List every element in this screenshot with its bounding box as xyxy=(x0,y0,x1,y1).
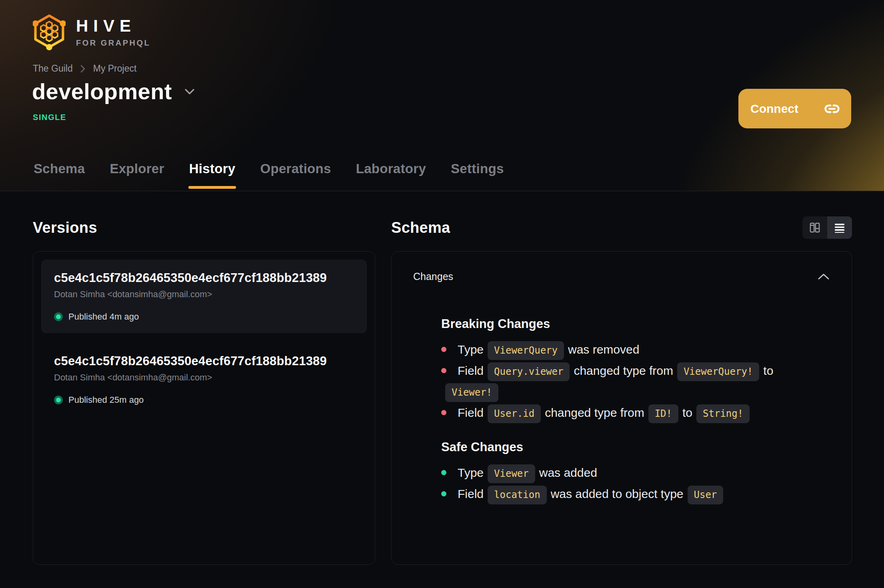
code-chip: ID! xyxy=(648,404,678,423)
link-icon xyxy=(823,100,841,118)
list-view-icon xyxy=(834,222,845,233)
tab-explorer[interactable]: Explorer xyxy=(109,161,165,191)
brand-name: HIVE xyxy=(76,18,150,34)
schema-column: Schema xyxy=(391,216,852,565)
versions-heading: Versions xyxy=(33,219,97,236)
brand-logo[interactable]: HIVE FOR GRAPHQL xyxy=(33,14,150,51)
columns-view-icon xyxy=(809,222,820,233)
code-chip: String! xyxy=(696,404,750,423)
tab-schema[interactable]: Schema xyxy=(33,161,86,191)
change-item: Fieldlocationwas added to object typeUse… xyxy=(441,484,821,505)
tab-operations[interactable]: Operations xyxy=(259,161,332,191)
breadcrumb: The Guild My Project xyxy=(33,63,136,74)
target-selector-chevron-down-icon[interactable] xyxy=(184,88,195,95)
schema-heading: Schema xyxy=(391,219,450,236)
breaking-bullet-icon xyxy=(441,368,446,373)
hive-dashboard: HIVE FOR GRAPHQL The Guild My Project de… xyxy=(0,0,884,588)
safe-bullet-icon xyxy=(441,470,446,475)
breaking-bullet-icon xyxy=(441,347,446,352)
version-list-item[interactable]: c5e4c1c5f78b26465350e4ecf677cf188bb21389… xyxy=(41,260,367,333)
connect-button[interactable]: Connect xyxy=(738,89,851,128)
main-content: Versions c5e4c1c5f78b26465350e4ecf677cf1… xyxy=(0,191,884,565)
change-item: TypeViewerwas added xyxy=(441,462,821,484)
tab-settings[interactable]: Settings xyxy=(450,161,505,191)
version-status-text: Published 4m ago xyxy=(68,312,139,322)
code-chip: Query.viewer xyxy=(488,362,570,381)
versions-column: Versions c5e4c1c5f78b26465350e4ecf677cf1… xyxy=(33,216,375,565)
collapse-chevron-up-icon[interactable] xyxy=(817,273,830,280)
connect-button-label: Connect xyxy=(750,102,798,116)
code-chip: Viewer! xyxy=(445,383,498,402)
versions-panel: c5e4c1c5f78b26465350e4ecf677cf188bb21389… xyxy=(33,251,375,565)
change-item: FieldQuery.viewerchanged type fromViewer… xyxy=(441,360,821,402)
breaking-changes-heading: Breaking Changes xyxy=(441,317,830,331)
change-item: TypeViewerQuerywas removed xyxy=(441,339,821,360)
schema-changes-panel: Changes Breaking Changes TypeViewerQuery… xyxy=(391,251,852,565)
version-hash: c5e4c1c5f78b26465350e4ecf677cf188bb21389 xyxy=(54,354,354,368)
diff-view-button[interactable] xyxy=(802,216,827,239)
brand-tagline: FOR GRAPHQL xyxy=(76,38,150,48)
tab-laboratory[interactable]: Laboratory xyxy=(355,161,427,191)
safe-bullet-icon xyxy=(441,491,446,496)
published-status-dot-icon xyxy=(54,396,63,404)
main-tabs: Schema Explorer History Operations Labor… xyxy=(33,161,505,191)
breaking-changes-list: TypeViewerQuerywas removed FieldQuery.vi… xyxy=(441,339,830,423)
published-status-dot-icon xyxy=(54,312,63,321)
code-chip: User.id xyxy=(488,404,541,423)
page-title: development xyxy=(32,78,172,104)
chevron-right-icon xyxy=(80,64,86,73)
breaking-bullet-icon xyxy=(441,410,446,415)
page-header: HIVE FOR GRAPHQL The Guild My Project de… xyxy=(0,0,884,191)
version-author: Dotan Simha <dotansimha@gmail.com> xyxy=(54,372,354,383)
code-chip: location xyxy=(488,486,547,504)
hive-hexagon-logo-icon xyxy=(33,14,66,51)
change-item: FieldUser.idchanged type fromID!toString… xyxy=(441,402,821,424)
safe-changes-list: TypeViewerwas added Fieldlocationwas add… xyxy=(441,462,830,504)
changes-label: Changes xyxy=(413,271,453,282)
breadcrumb-org[interactable]: The Guild xyxy=(33,63,73,74)
status-badge: SINGLE xyxy=(33,113,66,122)
code-chip: User xyxy=(688,486,724,504)
breadcrumb-project[interactable]: My Project xyxy=(93,63,137,74)
version-hash: c5e4c1c5f78b26465350e4ecf677cf188bb21389 xyxy=(54,271,354,285)
version-author: Dotan Simha <dotansimha@gmail.com> xyxy=(54,289,354,300)
schema-view-toggle xyxy=(802,216,852,239)
tab-history[interactable]: History xyxy=(188,161,236,191)
code-chip: ViewerQuery! xyxy=(677,362,759,381)
list-view-button[interactable] xyxy=(827,216,852,239)
code-chip: Viewer xyxy=(488,464,535,483)
version-list-item[interactable]: c5e4c1c5f78b26465350e4ecf677cf188bb21389… xyxy=(41,343,367,416)
safe-changes-heading: Safe Changes xyxy=(441,440,830,454)
changes-section-header[interactable]: Changes xyxy=(413,271,830,282)
version-status-text: Published 25m ago xyxy=(68,395,144,405)
code-chip: ViewerQuery xyxy=(488,341,564,360)
